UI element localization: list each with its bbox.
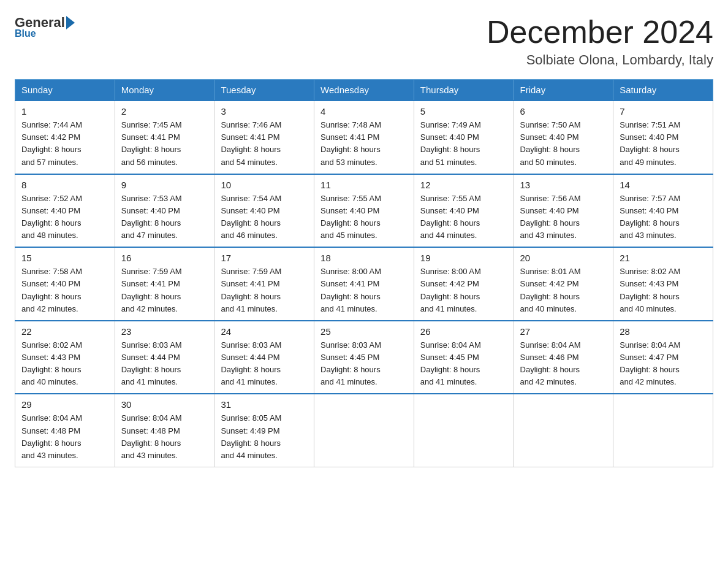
day-info: Sunrise: 7:52 AMSunset: 4:40 PMDaylight:… xyxy=(21,193,108,242)
day-info: Sunrise: 8:03 AMSunset: 4:44 PMDaylight:… xyxy=(221,339,308,389)
day-number: 1 xyxy=(21,106,108,117)
day-number: 3 xyxy=(221,106,308,117)
day-number: 16 xyxy=(121,253,208,263)
col-header-thursday: Thursday xyxy=(414,80,514,101)
page-header: General Blue December 2024 Solbiate Olon… xyxy=(15,15,713,68)
day-number: 13 xyxy=(520,180,607,190)
day-cell-23: 23Sunrise: 8:03 AMSunset: 4:44 PMDayligh… xyxy=(115,321,214,394)
day-cell-22: 22Sunrise: 8:02 AMSunset: 4:43 PMDayligh… xyxy=(15,321,115,394)
day-info: Sunrise: 7:48 AMSunset: 4:41 PMDaylight:… xyxy=(320,119,408,169)
day-info: Sunrise: 7:57 AMSunset: 4:40 PMDaylight:… xyxy=(620,193,707,242)
day-number: 4 xyxy=(320,106,408,117)
day-cell-30: 30Sunrise: 8:04 AMSunset: 4:48 PMDayligh… xyxy=(115,394,214,467)
day-cell-27: 27Sunrise: 8:04 AMSunset: 4:46 PMDayligh… xyxy=(514,321,613,394)
day-info: Sunrise: 7:55 AMSunset: 4:40 PMDaylight:… xyxy=(320,193,408,242)
day-cell-10: 10Sunrise: 7:54 AMSunset: 4:40 PMDayligh… xyxy=(214,174,314,248)
day-cell-25: 25Sunrise: 8:03 AMSunset: 4:45 PMDayligh… xyxy=(314,321,414,394)
day-number: 31 xyxy=(221,399,308,410)
day-number: 6 xyxy=(520,106,607,117)
day-cell-16: 16Sunrise: 7:59 AMSunset: 4:41 PMDayligh… xyxy=(115,247,214,321)
col-header-monday: Monday xyxy=(115,80,214,101)
col-header-saturday: Saturday xyxy=(613,80,713,101)
day-number: 9 xyxy=(121,180,208,190)
day-number: 22 xyxy=(21,326,108,337)
day-cell-8: 8Sunrise: 7:52 AMSunset: 4:40 PMDaylight… xyxy=(15,174,115,248)
day-cell-12: 12Sunrise: 7:55 AMSunset: 4:40 PMDayligh… xyxy=(414,174,514,248)
week-row-4: 22Sunrise: 8:02 AMSunset: 4:43 PMDayligh… xyxy=(15,321,713,394)
day-number: 19 xyxy=(420,253,507,263)
col-header-friday: Friday xyxy=(514,80,613,101)
empty-cell xyxy=(414,394,514,467)
day-number: 29 xyxy=(21,399,108,410)
day-number: 14 xyxy=(620,180,707,190)
day-cell-20: 20Sunrise: 8:01 AMSunset: 4:42 PMDayligh… xyxy=(514,247,613,321)
day-info: Sunrise: 8:03 AMSunset: 4:44 PMDaylight:… xyxy=(121,339,208,389)
day-info: Sunrise: 7:59 AMSunset: 4:41 PMDaylight:… xyxy=(121,266,208,315)
day-number: 17 xyxy=(221,253,308,263)
week-row-2: 8Sunrise: 7:52 AMSunset: 4:40 PMDaylight… xyxy=(15,174,713,248)
day-info: Sunrise: 7:56 AMSunset: 4:40 PMDaylight:… xyxy=(520,193,607,242)
day-info: Sunrise: 8:04 AMSunset: 4:48 PMDaylight:… xyxy=(121,412,208,462)
day-number: 11 xyxy=(320,180,408,190)
day-cell-13: 13Sunrise: 7:56 AMSunset: 4:40 PMDayligh… xyxy=(514,174,613,248)
day-cell-7: 7Sunrise: 7:51 AMSunset: 4:40 PMDaylight… xyxy=(613,101,713,174)
day-cell-6: 6Sunrise: 7:50 AMSunset: 4:40 PMDaylight… xyxy=(514,101,613,174)
day-cell-21: 21Sunrise: 8:02 AMSunset: 4:43 PMDayligh… xyxy=(613,247,713,321)
day-info: Sunrise: 8:04 AMSunset: 4:47 PMDaylight:… xyxy=(620,339,707,389)
week-row-1: 1Sunrise: 7:44 AMSunset: 4:42 PMDaylight… xyxy=(15,101,713,174)
day-info: Sunrise: 7:46 AMSunset: 4:41 PMDaylight:… xyxy=(221,119,308,169)
week-row-5: 29Sunrise: 8:04 AMSunset: 4:48 PMDayligh… xyxy=(15,394,713,467)
day-number: 10 xyxy=(221,180,308,190)
day-info: Sunrise: 8:02 AMSunset: 4:43 PMDaylight:… xyxy=(21,339,108,389)
day-number: 27 xyxy=(520,326,607,337)
day-info: Sunrise: 8:04 AMSunset: 4:46 PMDaylight:… xyxy=(520,339,607,389)
logo: General Blue xyxy=(15,15,75,39)
day-info: Sunrise: 7:55 AMSunset: 4:40 PMDaylight:… xyxy=(420,193,507,242)
day-number: 2 xyxy=(121,106,208,117)
col-header-sunday: Sunday xyxy=(15,80,115,101)
day-number: 7 xyxy=(620,106,707,117)
location-title: Solbiate Olona, Lombardy, Italy xyxy=(487,52,713,68)
day-info: Sunrise: 8:04 AMSunset: 4:45 PMDaylight:… xyxy=(420,339,507,389)
day-info: Sunrise: 8:05 AMSunset: 4:49 PMDaylight:… xyxy=(221,412,308,462)
day-info: Sunrise: 7:50 AMSunset: 4:40 PMDaylight:… xyxy=(520,119,607,169)
empty-cell xyxy=(613,394,713,467)
col-header-wednesday: Wednesday xyxy=(314,80,414,101)
day-cell-17: 17Sunrise: 7:59 AMSunset: 4:41 PMDayligh… xyxy=(214,247,314,321)
day-cell-18: 18Sunrise: 8:00 AMSunset: 4:41 PMDayligh… xyxy=(314,247,414,321)
day-cell-11: 11Sunrise: 7:55 AMSunset: 4:40 PMDayligh… xyxy=(314,174,414,248)
day-info: Sunrise: 7:51 AMSunset: 4:40 PMDaylight:… xyxy=(620,119,707,169)
day-number: 23 xyxy=(121,326,208,337)
day-cell-14: 14Sunrise: 7:57 AMSunset: 4:40 PMDayligh… xyxy=(613,174,713,248)
day-number: 26 xyxy=(420,326,507,337)
day-info: Sunrise: 8:00 AMSunset: 4:41 PMDaylight:… xyxy=(320,266,408,315)
logo-arrow-icon xyxy=(66,16,75,29)
col-header-tuesday: Tuesday xyxy=(214,80,314,101)
day-cell-5: 5Sunrise: 7:49 AMSunset: 4:40 PMDaylight… xyxy=(414,101,514,174)
day-cell-3: 3Sunrise: 7:46 AMSunset: 4:41 PMDaylight… xyxy=(214,101,314,174)
day-cell-24: 24Sunrise: 8:03 AMSunset: 4:44 PMDayligh… xyxy=(214,321,314,394)
day-info: Sunrise: 7:58 AMSunset: 4:40 PMDaylight:… xyxy=(21,266,108,315)
day-info: Sunrise: 8:04 AMSunset: 4:48 PMDaylight:… xyxy=(21,412,108,462)
week-row-3: 15Sunrise: 7:58 AMSunset: 4:40 PMDayligh… xyxy=(15,247,713,321)
day-number: 30 xyxy=(121,399,208,410)
day-info: Sunrise: 8:01 AMSunset: 4:42 PMDaylight:… xyxy=(520,266,607,315)
day-cell-4: 4Sunrise: 7:48 AMSunset: 4:41 PMDaylight… xyxy=(314,101,414,174)
day-number: 12 xyxy=(420,180,507,190)
day-number: 28 xyxy=(620,326,707,337)
day-cell-2: 2Sunrise: 7:45 AMSunset: 4:41 PMDaylight… xyxy=(115,101,214,174)
day-cell-29: 29Sunrise: 8:04 AMSunset: 4:48 PMDayligh… xyxy=(15,394,115,467)
month-title: December 2024 xyxy=(487,15,713,50)
day-number: 24 xyxy=(221,326,308,337)
day-cell-19: 19Sunrise: 8:00 AMSunset: 4:42 PMDayligh… xyxy=(414,247,514,321)
day-number: 5 xyxy=(420,106,507,117)
day-number: 25 xyxy=(320,326,408,337)
day-number: 20 xyxy=(520,253,607,263)
empty-cell xyxy=(314,394,414,467)
day-number: 8 xyxy=(21,180,108,190)
day-info: Sunrise: 7:53 AMSunset: 4:40 PMDaylight:… xyxy=(121,193,208,242)
day-info: Sunrise: 7:59 AMSunset: 4:41 PMDaylight:… xyxy=(221,266,308,315)
logo-blue-text: Blue xyxy=(15,28,36,39)
day-cell-9: 9Sunrise: 7:53 AMSunset: 4:40 PMDaylight… xyxy=(115,174,214,248)
day-cell-15: 15Sunrise: 7:58 AMSunset: 4:40 PMDayligh… xyxy=(15,247,115,321)
